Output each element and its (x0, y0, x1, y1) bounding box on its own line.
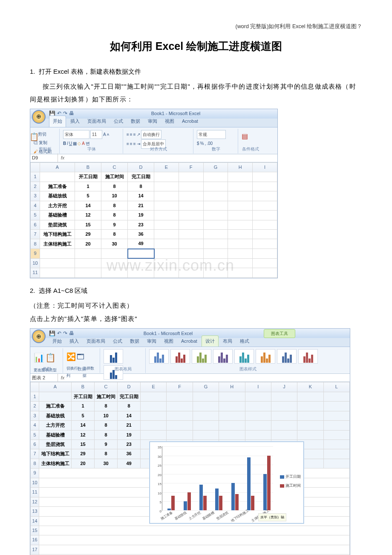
tab-review[interactable]: 审阅 (144, 336, 160, 347)
font-name[interactable]: 宋体 (63, 130, 89, 139)
table-row: 8主体结构施工203049 (31, 239, 277, 249)
paste-icon[interactable]: 📋 (29, 130, 39, 145)
fx-icon[interactable]: fx (58, 373, 67, 382)
table-row: 17 (31, 545, 350, 554)
selected-cell[interactable] (128, 249, 154, 258)
corner-cell[interactable] (31, 162, 40, 172)
tab-format[interactable]: 格式 (236, 336, 253, 347)
align-top-icon[interactable]: ≡ (127, 130, 129, 139)
style-thumb[interactable] (192, 349, 211, 364)
step-2-num: 2. (30, 287, 35, 294)
table-row: 1开工日期施工时间完工日期 (31, 172, 277, 182)
tab-formulas[interactable]: 公式 (110, 116, 127, 127)
name-box-2[interactable]: 图表 2 (30, 373, 58, 382)
ribbon-tabs-2: 开始 插入 页面布局 公式 数据 审阅 视图 Acrobat 设计 布局 格式 (30, 338, 350, 347)
align-bot-icon[interactable]: ≡ (133, 130, 136, 139)
group-number: 常规 $ % , .00 数字 (194, 129, 238, 153)
table-row: 5基础验槽12819 (31, 430, 350, 439)
tab-review[interactable]: 审阅 (144, 116, 161, 127)
save-template-icon[interactable]: 📋 (45, 350, 56, 366)
screenshot-2: ⊕ 💾 ↶ ↷ 🖶 Book1 - Microsoft Excel 图表工具 开… (30, 328, 362, 555)
grow-font-icon[interactable]: A (103, 130, 106, 139)
style-thumb[interactable] (213, 349, 233, 364)
style-thumb[interactable] (234, 349, 254, 364)
step-2-note: （注意：完工时间可不计入图表） (30, 299, 362, 312)
table-row: 2施工准备188 (31, 402, 350, 411)
excel-window-1: ⊕ 💾 ↶ ↷ 🖶 Book1 - Microsoft Excel 开始 插入 … (30, 109, 278, 278)
orientation-icon[interactable]: ↗ (137, 130, 140, 139)
conditional-format-icon[interactable]: ▤ (242, 130, 259, 143)
table-row: 7地下结构施工29836 (31, 229, 277, 239)
layout-thumb[interactable] (104, 349, 123, 364)
style-thumb[interactable] (149, 349, 169, 364)
tab-pagelayout[interactable]: 页面布局 (83, 336, 109, 347)
table-row: 16 (31, 535, 350, 545)
tab-insert[interactable]: 插入 (67, 116, 83, 127)
fx-icon[interactable]: fx (58, 153, 67, 162)
table-row: 15 (31, 526, 350, 535)
style-thumb[interactable] (298, 349, 318, 364)
table-row: 6垫层浇筑15923 (31, 220, 277, 229)
group-chart-style: 图表样式 (147, 348, 349, 373)
tab-acrobat[interactable]: Acrobat (178, 336, 201, 347)
shrink-font-icon[interactable]: A (107, 131, 109, 138)
tab-formulas[interactable]: 公式 (110, 336, 126, 347)
group-type: 📊📋 更改图表类型 类型 (31, 348, 63, 373)
table-row: 9 (31, 249, 277, 258)
step-1-heading: 打开 Excel 表格，新建表格数据文件 (39, 68, 141, 75)
table-row: 5基础验槽12819 (31, 211, 277, 220)
table-row: 11 (31, 268, 277, 278)
spreadsheet-grid-1[interactable]: ABCDEFGHI 1开工日期施工时间完工日期 2施工准备188 3基础放线51… (30, 162, 277, 278)
step-1-num: 1. (30, 68, 35, 75)
tab-view[interactable]: 视图 (161, 336, 177, 347)
wrap-button[interactable]: 自动换行 (141, 130, 161, 139)
tab-home[interactable]: 开始 (49, 116, 66, 127)
table-row: 3基础放线51014 (31, 191, 277, 201)
page-header-note: (word 完整版)如何利用 Excel 绘制施工进度横道图？ (30, 21, 362, 32)
group-font: 宋体 11 A A B I U ▦ ◇ A 변 字体 (61, 129, 123, 153)
switch-row-col-icon[interactable]: 🔀 (66, 350, 76, 364)
group-chart-layout: 图表布局 (101, 348, 146, 373)
step-2-heading: 选择 A1~C8 区域 (39, 287, 88, 294)
step-2: 2. 选择 A1~C8 区域 (30, 284, 362, 297)
formula-bar: D9 fx (30, 154, 277, 162)
tab-design[interactable]: 设计 (202, 335, 219, 347)
tab-view[interactable]: 视图 (161, 116, 178, 127)
plot-area: 05101520253035 (162, 446, 273, 511)
document-title: 如何利用 Excel 绘制施工进度横道图 (30, 36, 362, 57)
step-1: 1. 打开 Excel 表格，新建表格数据文件 (30, 65, 362, 78)
tab-data[interactable]: 数据 (127, 116, 144, 127)
office-button[interactable]: ⊕ (32, 110, 46, 124)
style-thumb[interactable] (170, 349, 190, 364)
tab-insert[interactable]: 插入 (66, 336, 82, 347)
change-chart-icon[interactable]: 📊 (34, 350, 44, 366)
ribbon-tabs: 开始 插入 页面布局 公式 数据 审阅 视图 Acrobat (30, 119, 277, 127)
screenshot-1: ⊕ 💾 ↶ ↷ 🖶 Book1 - Microsoft Excel 开始 插入 … (30, 109, 362, 278)
tab-layout[interactable]: 布局 (219, 336, 236, 347)
tab-home[interactable]: 开始 (49, 336, 65, 347)
style-thumb[interactable] (256, 349, 275, 364)
chart-tools-title: 图表工具 (264, 329, 295, 338)
group-data: 🔀🗔 切换行/列 选择数据 数据 (64, 348, 100, 373)
chart-legend: 开工日期施工时间 (280, 472, 301, 491)
table-row: 10 (31, 258, 277, 268)
x-axis-labels: 施工准备基础放线土方开挖基础验槽垫层浇筑地下结构施工主体结构施工 (162, 511, 273, 518)
align-mid-icon[interactable]: ≡ (130, 130, 133, 139)
ribbon-body: ✂剪切 ⿻复制 🖌格式刷 📋 剪贴板 宋体 11 A A B I U ▦ ◇ A… (30, 127, 277, 154)
select-data-icon[interactable]: 🗔 (77, 350, 84, 364)
style-thumb[interactable] (277, 349, 297, 364)
tab-acrobat[interactable]: Acrobat (179, 116, 202, 127)
group-alignment: ≡ ≡ ≡ ↗ 自动换行 ≡ ≡ ≡ ⇥ 合并后居中 对齐方式 (124, 129, 193, 153)
table-row: 4土方开挖14821 (31, 201, 277, 210)
number-format[interactable]: 常规 (197, 130, 226, 139)
step-2-para-1: 点击上方的"插入"菜单，选择"图表" (30, 312, 362, 325)
table-row: 2施工准备188 (31, 182, 277, 191)
table-row: 3基础放线51014 (31, 411, 350, 420)
tab-data[interactable]: 数据 (127, 336, 143, 347)
ribbon-body-2: 📊📋 更改图表类型 类型 🔀🗔 切换行/列 选择数据 数据 图表布局 图表样式 (30, 347, 350, 373)
embedded-chart[interactable]: 05101520253035 施工准备基础放线土方开挖基础验槽垫层浇筑地下结构施… (150, 442, 304, 523)
font-size[interactable]: 11 (90, 130, 102, 139)
group-clipboard: ✂剪切 ⿻复制 🖌格式刷 📋 剪贴板 (31, 129, 60, 153)
axis-tooltip: 水平（类别）轴 (258, 513, 286, 522)
tab-pagelayout[interactable]: 页面布局 (84, 116, 110, 127)
